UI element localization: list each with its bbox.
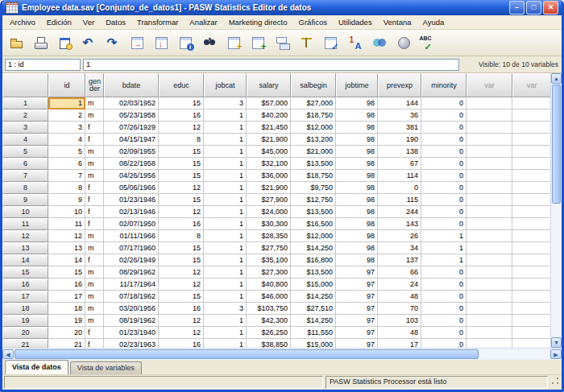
- grid-cell[interactable]: [512, 291, 551, 303]
- grid-cell[interactable]: 21: [48, 339, 85, 348]
- grid-cell[interactable]: $13,500: [291, 266, 336, 279]
- tab-data-view[interactable]: Vista de datos: [5, 360, 68, 374]
- grid-cell[interactable]: [512, 170, 551, 182]
- row-header-13[interactable]: 13: [2, 242, 48, 254]
- grid-cell[interactable]: 1: [204, 266, 247, 279]
- grid-cell[interactable]: [512, 182, 551, 194]
- row-header-9[interactable]: 9: [2, 194, 48, 206]
- scroll-right-icon[interactable]: ▶: [550, 349, 562, 359]
- row-header-11[interactable]: 11: [2, 218, 48, 230]
- menu-ventana[interactable]: Ventana: [378, 16, 417, 28]
- grid-cell[interactable]: 8: [48, 182, 85, 194]
- grid-cell[interactable]: 15: [159, 254, 204, 266]
- grid-cell[interactable]: $13,500: [291, 206, 336, 218]
- grid-cell[interactable]: 12: [159, 122, 204, 134]
- grid-cell[interactable]: 11: [48, 218, 85, 230]
- grid-cell[interactable]: 98: [336, 97, 378, 109]
- grid-cell[interactable]: m: [85, 291, 104, 303]
- grid-cell[interactable]: 0: [421, 134, 467, 146]
- grid-cell[interactable]: [467, 134, 512, 146]
- row-header-16[interactable]: 16: [2, 279, 48, 291]
- grid-cell[interactable]: [467, 327, 512, 339]
- column-header-jobcat[interactable]: jobcat: [204, 73, 247, 97]
- grid-cell[interactable]: m: [85, 242, 104, 254]
- grid-cell[interactable]: [467, 218, 512, 230]
- scroll-down-icon[interactable]: ▼: [551, 337, 562, 348]
- grid-cell[interactable]: 0: [421, 206, 467, 218]
- grid-cell[interactable]: 02/03/1952: [104, 97, 159, 109]
- grid-cell[interactable]: 05/06/1966: [104, 182, 159, 194]
- horizontal-scrollbar[interactable]: ◀ ▶: [2, 348, 562, 360]
- grid-cell[interactable]: 1: [421, 230, 467, 242]
- row-header-8[interactable]: 8: [2, 182, 48, 194]
- grid-cell[interactable]: [512, 146, 551, 158]
- row-header-12[interactable]: 12: [2, 230, 48, 242]
- menu-ayuda[interactable]: Ayuda: [417, 16, 450, 28]
- grid-cell[interactable]: 97: [336, 291, 378, 303]
- grid-cell[interactable]: 16: [48, 279, 85, 291]
- grid-cell[interactable]: 70: [378, 303, 421, 315]
- grid-cell[interactable]: $12,750: [291, 194, 336, 206]
- grid-cell[interactable]: [467, 206, 512, 218]
- grid-cell[interactable]: 1: [204, 327, 247, 339]
- cell-editor-field[interactable]: 1: [83, 59, 459, 71]
- grid-cell[interactable]: [467, 291, 512, 303]
- grid-cell[interactable]: [467, 230, 512, 242]
- grid-cell[interactable]: $27,510: [291, 303, 336, 315]
- grid-cell[interactable]: $32,100: [247, 158, 291, 170]
- grid-cell[interactable]: 98: [336, 134, 378, 146]
- grid-cell[interactable]: 12: [159, 182, 204, 194]
- title-bar[interactable]: Employee data.sav [Conjunto_de_datos1] -…: [2, 0, 562, 15]
- grid-cell[interactable]: 1: [204, 218, 247, 230]
- grid-cell[interactable]: 0: [421, 218, 467, 230]
- grid-cell[interactable]: 11/17/1964: [104, 279, 159, 291]
- grid-cell[interactable]: 15: [159, 170, 204, 182]
- grid-cell[interactable]: 16: [159, 339, 204, 348]
- variables-button[interactable]: [175, 32, 197, 54]
- grid-cell[interactable]: 02/13/1946: [104, 206, 159, 218]
- grid-cell[interactable]: 4: [48, 134, 85, 146]
- grid-cell[interactable]: 97: [336, 303, 378, 315]
- grid-cell[interactable]: 0: [421, 146, 467, 158]
- menu-utilidades[interactable]: Utilidades: [333, 16, 378, 28]
- grid-cell[interactable]: [467, 303, 512, 315]
- grid-cell[interactable]: $30,300: [247, 218, 291, 230]
- menu-archivo[interactable]: Archivo: [4, 16, 41, 28]
- grid-cell[interactable]: $21,450: [247, 122, 291, 134]
- grid-cell[interactable]: f: [85, 122, 104, 134]
- goto-case-button[interactable]: [126, 32, 148, 54]
- grid-corner[interactable]: [2, 73, 48, 97]
- row-header-6[interactable]: 6: [2, 158, 48, 170]
- undo-button[interactable]: [78, 32, 100, 54]
- grid-cell[interactable]: 190: [378, 134, 421, 146]
- grid-cell[interactable]: m: [85, 97, 104, 109]
- grid-cell[interactable]: $12,000: [291, 122, 336, 134]
- grid-cell[interactable]: 98: [336, 194, 378, 206]
- grid-cell[interactable]: $40,200: [247, 109, 291, 122]
- grid-cell[interactable]: 1: [204, 230, 247, 242]
- grid-cell[interactable]: 98: [336, 254, 378, 266]
- grid-cell[interactable]: 98: [336, 218, 378, 230]
- grid-cell[interactable]: $14,250: [291, 242, 336, 254]
- grid-cell[interactable]: f: [85, 218, 104, 230]
- grid-cell[interactable]: $15,000: [291, 339, 336, 348]
- grid-cell[interactable]: $103,750: [247, 303, 291, 315]
- grid-cell[interactable]: 16: [159, 303, 204, 315]
- selected-grid-cell[interactable]: 1: [48, 97, 85, 109]
- grid-cell[interactable]: 97: [336, 279, 378, 291]
- grid-cell[interactable]: 114: [378, 170, 421, 182]
- grid-cell[interactable]: [512, 206, 551, 218]
- grid-cell[interactable]: 34: [378, 242, 421, 254]
- grid-cell[interactable]: m: [85, 230, 104, 242]
- grid-cell[interactable]: f: [85, 182, 104, 194]
- grid-cell[interactable]: 98: [336, 146, 378, 158]
- grid-cell[interactable]: $21,000: [291, 146, 336, 158]
- grid-cell[interactable]: 2: [48, 109, 85, 122]
- grid-cell[interactable]: 1: [204, 170, 247, 182]
- grid-cell[interactable]: [512, 194, 551, 206]
- grid-cell[interactable]: 17: [48, 291, 85, 303]
- grid-cell[interactable]: 1: [204, 291, 247, 303]
- grid-cell[interactable]: 138: [378, 146, 421, 158]
- grid-cell[interactable]: [467, 315, 512, 327]
- scroll-left-icon[interactable]: ◀: [2, 349, 14, 359]
